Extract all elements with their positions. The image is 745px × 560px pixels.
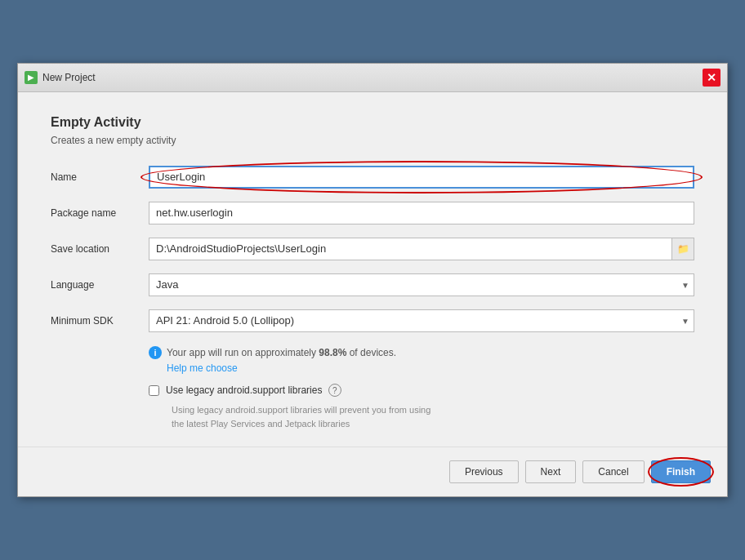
browse-folder-button[interactable]: 📁 — [671, 238, 694, 260]
save-location-label: Save location — [51, 243, 149, 255]
legacy-checkbox-label: Use legacy android.support libraries ? — [166, 384, 341, 397]
package-name-label: Package name — [51, 207, 149, 219]
info-row: i Your app will run on approximately 98.… — [149, 345, 694, 374]
cancel-button[interactable]: Cancel — [582, 460, 644, 483]
info-text: Your app will run on approximately 98.8%… — [167, 345, 396, 361]
section-title: Empty Activity — [51, 115, 694, 130]
info-percentage: 98.8% — [319, 347, 346, 358]
legacy-desc-line2: the latest Play Services and Jetpack lib… — [172, 419, 350, 429]
minimum-sdk-select[interactable]: API 21: Android 5.0 (Lollipop) API 22: A… — [149, 309, 694, 332]
legacy-checkbox-row: Use legacy android.support libraries ? — [149, 384, 694, 397]
footer: Previous Next Cancel Finish — [18, 447, 727, 496]
info-text-prefix: Your app will run on approximately — [167, 347, 319, 358]
minimum-sdk-field-wrapper: API 21: Android 5.0 (Lollipop) API 22: A… — [149, 309, 694, 332]
info-icon: i — [149, 346, 162, 359]
new-project-window: ▶ New Project ✕ Empty Activity Creates a… — [17, 63, 728, 497]
save-location-field-wrapper: 📁 — [149, 238, 694, 260]
legacy-description: Using legacy android.support libraries w… — [172, 403, 694, 430]
save-location-input-group: 📁 — [149, 238, 694, 260]
package-name-input[interactable] — [149, 202, 694, 224]
package-name-field-wrapper — [149, 202, 694, 224]
minimum-sdk-select-wrapper: API 21: Android 5.0 (Lollipop) API 22: A… — [149, 309, 694, 332]
language-row: Language Java Kotlin ▼ — [51, 273, 694, 296]
name-row: Name — [51, 166, 694, 189]
title-bar: ▶ New Project ✕ — [18, 64, 727, 92]
name-field-wrapper — [149, 166, 694, 189]
save-location-row: Save location 📁 — [51, 238, 694, 260]
legacy-desc-line1: Using legacy android.support libraries w… — [172, 405, 430, 415]
language-select-wrapper: Java Kotlin ▼ — [149, 273, 694, 296]
save-location-input[interactable] — [149, 238, 671, 260]
package-name-row: Package name — [51, 202, 694, 224]
window-title: New Project — [42, 72, 698, 83]
minimum-sdk-label: Minimum SDK — [51, 315, 149, 327]
section-subtitle: Creates a new empty activity — [51, 135, 694, 146]
language-field-wrapper: Java Kotlin ▼ — [149, 273, 694, 296]
help-me-choose-link[interactable]: Help me choose — [167, 362, 396, 374]
app-icon: ▶ — [25, 71, 38, 84]
language-select[interactable]: Java Kotlin — [149, 273, 694, 296]
name-label: Name — [51, 171, 149, 183]
legacy-checkbox[interactable] — [149, 385, 159, 396]
language-label: Language — [51, 279, 149, 291]
minimum-sdk-row: Minimum SDK API 21: Android 5.0 (Lollipo… — [51, 309, 694, 332]
close-button[interactable]: ✕ — [703, 69, 720, 87]
name-input[interactable] — [149, 166, 694, 189]
info-text-block: Your app will run on approximately 98.8%… — [167, 345, 396, 374]
finish-button[interactable]: Finish — [651, 460, 711, 483]
previous-button[interactable]: Previous — [449, 460, 519, 483]
form-content: Empty Activity Creates a new empty activ… — [18, 92, 727, 447]
legacy-help-icon[interactable]: ? — [328, 384, 341, 397]
info-text-suffix: of devices. — [346, 347, 396, 358]
next-button[interactable]: Next — [525, 460, 577, 483]
